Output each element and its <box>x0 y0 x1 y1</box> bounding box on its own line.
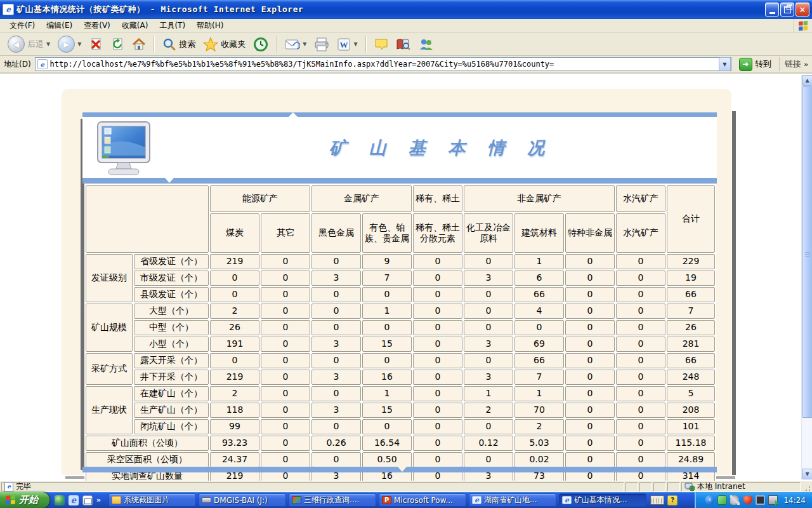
table-cell: 0 <box>464 419 513 434</box>
word-edit-icon: W <box>337 37 351 51</box>
edit-button[interactable]: W ▼ <box>334 36 360 53</box>
refresh-icon <box>110 37 124 51</box>
table-cell: 1 <box>362 386 412 401</box>
back-button[interactable]: ◀ 后退 ▼ <box>5 36 53 53</box>
table-cell: 0 <box>616 337 665 352</box>
print-button[interactable] <box>311 36 332 53</box>
table-row: 县级发证（个）000000660066 <box>86 287 715 302</box>
table-cell: 0 <box>261 320 310 335</box>
intranet-icon <box>684 483 695 491</box>
keyboard-layout-icon[interactable] <box>650 495 664 505</box>
window-title: 矿山基本情况统计（按矿类矿种） - Microsoft Internet Exp… <box>16 4 303 15</box>
minimize-button[interactable] <box>765 3 779 17</box>
table-cell: 2 <box>210 386 259 401</box>
close-button[interactable]: ✕ <box>796 3 809 17</box>
refresh-button[interactable] <box>108 36 127 53</box>
history-button[interactable] <box>251 36 271 53</box>
address-dropdown-button[interactable]: ▼ <box>719 57 731 71</box>
table-cell: 2 <box>464 403 513 418</box>
search-icon <box>162 37 176 51</box>
mail-button[interactable]: ▼ <box>282 36 309 53</box>
forward-button[interactable]: ▶ ▼ <box>55 36 84 53</box>
mail-icon <box>285 38 300 51</box>
table-row: 市级发证（个）00370360019 <box>86 271 715 286</box>
table-cell: 0 <box>616 254 665 269</box>
address-input[interactable]: e http://localhost/%e7%9f%bf%e5%b1%b1%e5… <box>35 57 731 71</box>
tray-green-icon[interactable] <box>717 495 727 505</box>
table-cell: 0 <box>616 370 665 385</box>
menu-item[interactable]: 帮助(H) <box>191 18 229 33</box>
scroll-up-button[interactable]: ▲ <box>802 75 812 86</box>
col-group-header: 金属矿产 <box>311 185 412 212</box>
table-cell: 0 <box>565 436 615 451</box>
menu-item[interactable]: 文件(F) <box>4 18 41 33</box>
col-group-header: 能源矿产 <box>210 185 310 212</box>
scrollbar-thumb[interactable] <box>802 86 812 418</box>
table-cell: 1 <box>464 386 513 401</box>
row-group-label: 生产现状 <box>86 386 133 434</box>
table-cell: 2 <box>210 304 259 319</box>
desktop-globe-icon[interactable] <box>55 495 65 505</box>
table-cell: 0 <box>565 304 615 319</box>
table-cell: 15 <box>362 337 412 352</box>
hide-tray-icons-button[interactable]: ‹ <box>705 495 714 505</box>
search-label: 搜索 <box>179 39 195 50</box>
table-cell: 0 <box>464 254 513 269</box>
menu-item[interactable]: 查看(V) <box>78 18 116 33</box>
taskbar-button[interactable]: 系统截图图片 <box>108 493 196 507</box>
taskbar-button[interactable]: e湖南省矿山地... <box>469 493 556 507</box>
table-cell: 3 <box>464 370 513 385</box>
table-cell: 0 <box>616 271 665 286</box>
taskbar-button[interactable]: DMGIS-BAI (J:) <box>199 493 286 507</box>
status-bar: e 完毕 本地 Intranet <box>0 481 812 492</box>
taskbar-button[interactable]: e矿山基本情况... <box>559 493 646 507</box>
discuss-note-button[interactable] <box>372 36 391 53</box>
quicklaunch-overflow-chevron[interactable]: » <box>96 496 101 504</box>
table-cell: 0 <box>565 320 615 335</box>
table-cell: 0 <box>565 403 615 418</box>
column-header: 稀有、稀土分散元素 <box>413 213 462 253</box>
forward-dropdown-icon: ▼ <box>77 41 81 47</box>
start-button[interactable]: 开始 <box>0 492 49 508</box>
resize-grip[interactable] <box>802 482 811 491</box>
mine-statistics-table: 能源矿产金属矿产稀有、稀土非金属矿产水汽矿产合计煤炭其它黑色金属有色、铂族、贵金… <box>84 184 716 481</box>
table-cell: 0.02 <box>514 452 564 467</box>
research-button[interactable] <box>393 36 414 53</box>
restore-button[interactable] <box>780 3 794 17</box>
home-button[interactable] <box>129 36 148 53</box>
column-header: 其它 <box>261 213 310 253</box>
language-help-icon[interactable]: ? <box>667 495 678 505</box>
menu-bar: 文件(F)编辑(E)查看(V)收藏(A)工具(T)帮助(H) <box>0 19 812 33</box>
system-tray: ‹ 14:24 <box>695 492 812 508</box>
stop-button[interactable] <box>86 36 105 53</box>
table-cell: 16 <box>362 370 412 385</box>
menu-item[interactable]: 工具(T) <box>154 18 191 33</box>
search-button[interactable]: 搜索 <box>160 36 198 53</box>
scroll-down-button[interactable]: ▼ <box>802 469 812 479</box>
table-cell: 1 <box>514 386 564 401</box>
vertical-scrollbar[interactable]: ▲ ▼ <box>801 75 812 479</box>
ie-window: e 矿山基本情况统计（按矿类矿种） - Microsoft Internet E… <box>0 0 812 508</box>
table-cell: 3 <box>311 337 361 352</box>
title-bar: e 矿山基本情况统计（按矿类矿种） - Microsoft Internet E… <box>0 0 812 19</box>
menu-item[interactable]: 收藏(A) <box>116 18 154 33</box>
table-cell: 0 <box>616 386 665 401</box>
network-activity-icon[interactable] <box>768 495 778 505</box>
outlook-express-icon[interactable] <box>82 495 93 505</box>
table-cell: 0.50 <box>362 452 412 467</box>
taskbar-button[interactable]: 三维行政查询.... <box>289 493 376 507</box>
status-panel <box>639 482 652 491</box>
menu-item[interactable]: 编辑(E) <box>41 18 78 33</box>
display-settings-icon[interactable] <box>756 495 765 505</box>
volume-icon[interactable] <box>730 495 740 505</box>
row-label: 省级发证（个） <box>134 254 209 269</box>
go-button[interactable]: ➜ 转到 <box>735 57 775 72</box>
links-menu[interactable]: 链接 » <box>779 57 808 71</box>
security-shield-icon[interactable] <box>743 495 752 505</box>
messenger-button[interactable] <box>416 36 436 53</box>
taskbar-button[interactable]: PMicrosoft Pow... <box>379 493 466 507</box>
folder-icon <box>112 496 121 504</box>
internet-explorer-icon[interactable]: e <box>69 495 79 505</box>
table-cell: 0 <box>362 419 412 434</box>
favorites-button[interactable]: 收藏夹 <box>200 36 248 53</box>
